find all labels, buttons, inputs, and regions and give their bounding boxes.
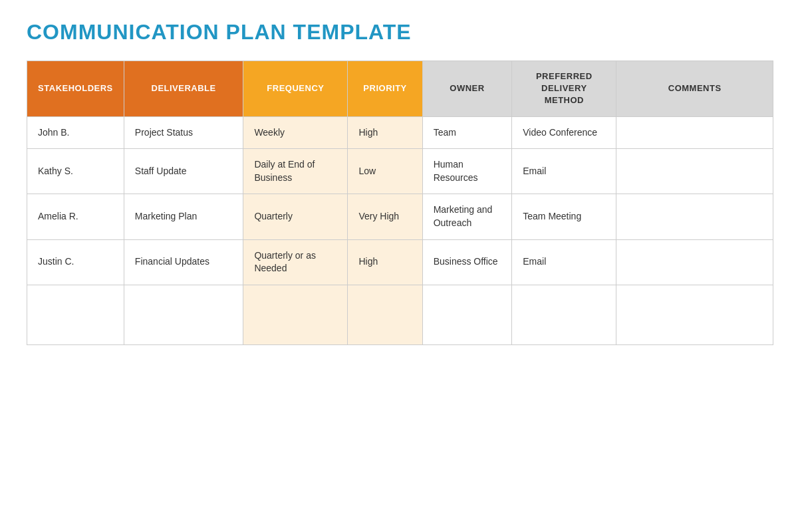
cell-delivery-method: Email (512, 239, 616, 285)
table-row (27, 285, 773, 344)
communication-plan-table: STAKEHOLDERS DELIVERABLE FREQUENCY PRIOR… (27, 61, 773, 345)
cell-priority: High (348, 239, 422, 285)
cell-stakeholder: Amelia R. (27, 194, 124, 239)
cell-owner: Marketing and Outreach (422, 194, 512, 239)
cell-frequency: Quarterly (243, 194, 348, 239)
cell-stakeholder: Kathy S. (27, 149, 124, 194)
cell-comments (616, 239, 773, 285)
cell-priority: Low (348, 149, 422, 194)
cell-deliverable: Staff Update (124, 149, 243, 194)
cell-frequency (243, 285, 348, 344)
cell-comments (616, 149, 773, 194)
table-row: Amelia R.Marketing PlanQuarterlyVery Hig… (27, 194, 773, 239)
cell-priority: Very High (348, 194, 422, 239)
header-delivery-method: PREFERRED DELIVERY METHOD (512, 61, 616, 117)
cell-stakeholder: John B. (27, 116, 124, 149)
page-title: COMMUNICATION PLAN TEMPLATE (27, 20, 773, 45)
cell-priority: High (348, 116, 422, 149)
cell-delivery-method: Video Conference (512, 116, 616, 149)
header-owner: OWNER (422, 61, 512, 117)
cell-frequency: Quarterly or as Needed (243, 239, 348, 285)
cell-deliverable (124, 285, 243, 344)
cell-comments (616, 116, 773, 149)
table-header-row: STAKEHOLDERS DELIVERABLE FREQUENCY PRIOR… (27, 61, 773, 117)
cell-deliverable: Financial Updates (124, 239, 243, 285)
cell-delivery-method: Email (512, 149, 616, 194)
cell-owner: Human Resources (422, 149, 512, 194)
cell-owner: Team (422, 116, 512, 149)
cell-comments (616, 194, 773, 239)
cell-comments (616, 285, 773, 344)
cell-owner: Business Office (422, 239, 512, 285)
cell-stakeholder (27, 285, 124, 344)
table-row: Kathy S.Staff UpdateDaily at End of Busi… (27, 149, 773, 194)
cell-stakeholder: Justin C. (27, 239, 124, 285)
header-stakeholders: STAKEHOLDERS (27, 61, 124, 117)
cell-deliverable: Project Status (124, 116, 243, 149)
cell-frequency: Daily at End of Business (243, 149, 348, 194)
table-row: John B.Project StatusWeeklyHighTeamVideo… (27, 116, 773, 149)
cell-delivery-method (512, 285, 616, 344)
cell-deliverable: Marketing Plan (124, 194, 243, 239)
header-deliverable: DELIVERABLE (124, 61, 243, 117)
cell-frequency: Weekly (243, 116, 348, 149)
cell-delivery-method: Team Meeting (512, 194, 616, 239)
header-frequency: FREQUENCY (243, 61, 348, 117)
cell-owner (422, 285, 512, 344)
header-comments: COMMENTS (616, 61, 773, 117)
cell-priority (348, 285, 422, 344)
header-priority: PRIORITY (348, 61, 422, 117)
table-row: Justin C.Financial UpdatesQuarterly or a… (27, 239, 773, 285)
